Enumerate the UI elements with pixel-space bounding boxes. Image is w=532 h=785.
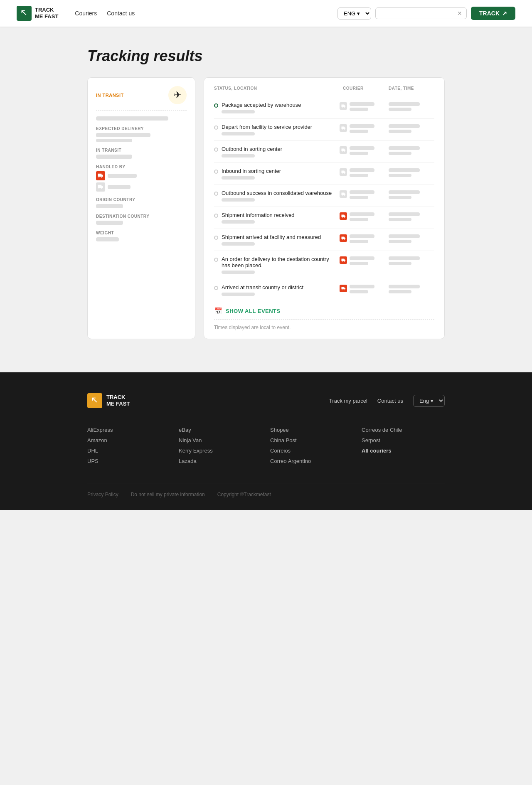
footer-column: Correos de ChileSerpostAll couriers [362,425,445,466]
courier-skeleton [350,124,374,133]
do-not-sell-link[interactable]: Do not sell my private information [131,492,205,497]
footer-track-link[interactable]: Track my parcel [329,398,367,404]
footer: TRACKME FAST Track my parcel Contact us … [0,372,532,510]
event-courier-col [340,256,385,265]
event-date-col [389,212,434,221]
footer-courier-link[interactable]: Kerry Express [179,445,262,456]
table-row: An order for delivery to the destiation … [214,251,434,279]
handled-by-row2 [96,182,187,192]
event-title: An order for delivery to the destiation … [222,256,336,268]
th-status: STATUS, LOCATION [214,86,343,91]
nav-contact[interactable]: Contact us [107,10,135,17]
table-row: Outbound success in consolidated warehou… [214,185,434,207]
footer-courier-link[interactable]: eBay [179,425,262,435]
event-skeleton [222,154,255,157]
footer-courier-link[interactable]: Correios [270,445,353,456]
event-skeleton-row [222,176,336,180]
event-skeleton-row [222,198,336,202]
copyright-text: Copyright ©Trackmefast [217,492,271,497]
footer-courier-link[interactable]: Lazada [179,456,262,466]
event-title: Inbound in sorting center [222,168,336,174]
nav-right: ENG ▾ ✕ TRACK ↗ [337,7,515,20]
event-courier-col [340,284,385,293]
footer-logo-icon [87,393,102,408]
destination-country-val [96,221,123,225]
event-status-col: Package accepted by warehouse [222,102,336,113]
tracking-card: IN TRANSIT ✈ EXPECTED DELIVERY IN TRANSI… [87,77,445,339]
event-status-col: Depart from facility to service provider [222,124,336,135]
event-skeleton [222,176,255,180]
handled-by-label: HANDLED BY [96,165,187,169]
logo[interactable]: TRACKME FAST [17,6,58,21]
footer-arrow-icon [90,396,99,405]
event-dot [214,126,218,130]
footer-courier-link[interactable]: All couriers [362,445,445,456]
footer-logo-text: TRACKME FAST [106,394,130,407]
event-courier-col [340,124,385,133]
footer-logo[interactable]: TRACKME FAST [87,393,130,408]
event-dot [214,103,218,108]
handled-by-name2 [108,185,131,189]
courier-skeleton [350,285,374,293]
nav-couriers[interactable]: Couriers [75,10,97,17]
footer-courier-link[interactable]: Shopee [270,425,353,435]
event-skeleton [222,220,255,224]
event-date-col [389,124,434,133]
footer-courier-link[interactable]: Ninja Van [179,435,262,445]
footer-courier-link[interactable]: Correo Argentino [270,456,353,466]
event-dot [214,214,218,218]
event-courier-col [340,168,385,177]
event-title: Depart from facility to service provider [222,124,336,130]
footer-courier-link[interactable]: Serpost [362,435,445,445]
left-panel: IN TRANSIT ✈ EXPECTED DELIVERY IN TRANSI… [87,77,195,339]
event-skeleton [222,110,255,113]
search-input[interactable] [380,10,455,17]
weight-val [96,237,119,241]
event-date-col [389,256,434,265]
expected-delivery-val2 [96,139,132,142]
show-all-label[interactable]: SHOW ALL EVENTS [226,308,281,314]
footer-courier-link[interactable]: Correos de Chile [362,425,445,435]
lang-select[interactable]: ENG ▾ [337,7,371,20]
expected-delivery-label: EXPECTED DELIVERY [96,126,187,131]
destination-country-label: DESTINATION COUNTRY [96,214,187,219]
privacy-policy-link[interactable]: Privacy Policy [87,492,118,497]
event-status-col: Shipment arrived at facility and measure… [222,234,336,246]
event-dot [214,192,218,196]
courier-skeleton [350,102,374,111]
truck-icon-orange [98,173,103,179]
event-title: Package accepted by warehouse [222,102,336,108]
footer-bottom: Privacy Policy Do not sell my private in… [87,483,445,497]
footer-courier-link[interactable]: AliExpress [87,425,170,435]
courier-badge [340,256,347,264]
footer-courier-link[interactable]: China Post [270,435,353,445]
event-courier-col [340,234,385,243]
footer-courier-link[interactable]: UPS [87,456,170,466]
th-courier: COURIER [343,86,389,91]
courier-skeleton [350,212,374,221]
show-all-row[interactable]: 📅 SHOW ALL EVENTS [214,301,434,319]
event-title: Outbond in sorting center [222,146,336,152]
event-dot [214,170,218,174]
event-dot [214,286,218,290]
event-dot [214,236,218,240]
event-date-col [389,234,434,243]
footer-contact-link[interactable]: Contact us [377,398,403,404]
footer-courier-link[interactable]: Amazon [87,435,170,445]
courier-skeleton [350,146,374,155]
clear-button[interactable]: ✕ [457,10,462,17]
courier-skeleton [350,234,374,243]
event-date-col [389,146,434,155]
event-dot [214,258,218,262]
event-date-col [389,168,434,177]
table-row: Outbond in sorting center [214,141,434,163]
event-courier-col [340,102,385,111]
events-container: Package accepted by warehouseDepart from… [214,97,434,301]
search-wrap: ✕ [375,7,467,19]
footer-lang-select[interactable]: Eng ▾ [413,395,445,407]
courier-badge [340,168,347,176]
footer-courier-link[interactable]: DHL [87,445,170,456]
event-status-col: Outbond in sorting center [222,146,336,157]
courier-icon-gray [96,182,105,192]
track-button[interactable]: TRACK ↗ [471,7,515,20]
